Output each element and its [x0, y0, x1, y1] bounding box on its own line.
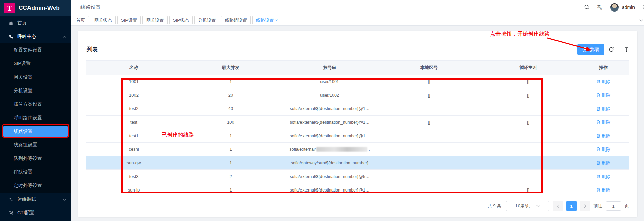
table-row[interactable]: 1001 1 user/1001 [] [] 删除 [86, 75, 629, 88]
delete-button[interactable]: 删除 [596, 174, 610, 180]
cell-area: [] [379, 88, 479, 102]
sidebar-item-extension-settings[interactable]: 分机设置 [0, 84, 71, 98]
trash-icon [596, 161, 600, 165]
delete-button[interactable]: 删除 [596, 106, 610, 112]
translate-icon[interactable]: 文A [597, 4, 603, 11]
cell-actions: 删除 [578, 102, 629, 116]
sidebar-item-call-center[interactable]: 呼叫中心 [0, 30, 71, 43]
delete-button[interactable]: 删除 [596, 146, 610, 153]
cell-area: [] [379, 75, 479, 88]
cell-cyclic: [] [479, 116, 578, 129]
tab-sip-settings[interactable]: SIP设置 [117, 16, 141, 24]
tab-overflow-chevron-icon[interactable] [639, 19, 643, 22]
delete-button[interactable]: 删除 [596, 79, 610, 85]
sidebar-item-dialplan-settings[interactable]: 拨号方案设置 [0, 98, 71, 111]
cell-name: test2 [86, 102, 181, 116]
table-row[interactable]: ceshi 1 sofia/external/. 删除 [86, 143, 629, 156]
cell-area [379, 170, 479, 183]
trash-icon [596, 174, 600, 179]
sidebar-item-timed-outbound-settings[interactable]: 定时外呼设置 [0, 179, 71, 193]
table-row[interactable]: test 100 sofia/external/${destination_nu… [86, 116, 629, 129]
tab-line-settings[interactable]: 线路设置× [252, 16, 281, 24]
gear-icon[interactable] [642, 4, 644, 11]
cell-max: 100 [181, 116, 280, 129]
table-row[interactable]: test2 40 sofia/external/${destination_nu… [86, 102, 629, 116]
cell-max: 1 [181, 75, 280, 88]
sidebar-item-profile-settings[interactable]: 配置文件设置 [0, 43, 71, 57]
sidebar-item-queue-outbound-settings[interactable]: 队列外呼设置 [0, 152, 71, 165]
tab-home[interactable]: 首页 [73, 16, 89, 24]
tab-label: 线路设置 [256, 18, 274, 23]
cell-cyclic: [] [479, 183, 578, 197]
page-number-button[interactable]: 1 [566, 201, 577, 211]
delete-button[interactable]: 删除 [596, 160, 610, 166]
tab-gateway-status[interactable]: 网关状态 [91, 16, 116, 24]
delete-label: 删除 [602, 160, 610, 166]
cell-actions: 删除 [578, 88, 629, 102]
tab-line-group-settings[interactable]: 线路组设置 [221, 16, 251, 24]
dial-prefix: sofia/external/ [289, 147, 316, 152]
cell-area [379, 102, 479, 116]
delete-label: 删除 [602, 133, 610, 139]
close-icon[interactable]: × [275, 18, 278, 23]
chevron-down-icon [536, 205, 540, 207]
column-settings-icon[interactable] [623, 47, 629, 53]
cell-area [379, 183, 479, 197]
goto-label: 前往 [593, 203, 602, 209]
plus-circle-icon [582, 47, 587, 52]
sidebar-item-home[interactable]: 首页 [0, 16, 71, 30]
page-size-select[interactable]: 10条/页 [506, 201, 549, 211]
cell-actions: 删除 [578, 156, 629, 170]
sidebar-item-queue-settings[interactable]: 排队设置 [0, 165, 71, 179]
delete-button[interactable]: 删除 [596, 119, 610, 125]
sidebar-submenu: 配置文件设置 SIP设置 网关设置 分机设置 拨号方案设置 呼叫路由设置 线路设… [0, 43, 71, 193]
avatar[interactable] [610, 3, 619, 12]
cell-max: 1 [181, 183, 280, 197]
sidebar-item-line-settings[interactable]: 线路设置 [3, 126, 68, 137]
app-logo: T CCAdmin-Web [0, 0, 71, 16]
delete-button[interactable]: 删除 [596, 92, 610, 98]
cell-area [379, 143, 479, 156]
cell-name: 1002 [86, 88, 181, 102]
table-row-selected[interactable]: sun-gw 1 sofia/gateway/sun/${destination… [86, 156, 629, 170]
next-page-button[interactable] [580, 201, 590, 211]
column-header-actions: 操作 [578, 61, 629, 75]
cell-area [379, 156, 479, 170]
refresh-icon[interactable] [608, 47, 614, 53]
sidebar-item-cti-config[interactable]: CTI配置 [0, 206, 71, 220]
tab-sip-status[interactable]: SIP状态 [169, 16, 193, 24]
delete-label: 删除 [602, 146, 610, 153]
chevron-right-icon [584, 204, 586, 208]
username: admin [622, 5, 635, 10]
console-icon [8, 197, 14, 202]
panel-tools: 新增 [577, 44, 629, 55]
sidebar-item-sip-settings[interactable]: SIP设置 [0, 57, 71, 71]
sidebar-item-ops-debug[interactable]: 运维调试 [0, 193, 71, 206]
add-button[interactable]: 新增 [577, 44, 604, 55]
page-size-value: 10条/页 [515, 203, 530, 209]
top-bar: 线路设置 文A admin [71, 0, 644, 15]
table-row[interactable]: test3 2 sofia/external/${destination_num… [86, 170, 629, 183]
tab-extension-settings[interactable]: 分机设置 [194, 16, 219, 24]
lines-table: 名称 最大并发 拨号串 本地区号 循环主叫 操作 1001 1 user/100… [86, 60, 629, 197]
goto-page-input[interactable] [606, 201, 621, 211]
cell-dial: sofia/gateway/sun/${destination_number} [280, 156, 379, 170]
delete-button[interactable]: 删除 [596, 187, 610, 193]
cell-actions: 删除 [578, 183, 629, 197]
add-button-label: 新增 [589, 46, 599, 53]
sidebar-item-line-group-settings[interactable]: 线路组设置 [0, 138, 71, 152]
sidebar-item-gateway-settings[interactable]: 网关设置 [0, 71, 71, 84]
cell-dial: sofia/external/${destination_number}@1… [280, 183, 379, 197]
search-icon[interactable] [584, 4, 590, 11]
delete-button[interactable]: 删除 [596, 133, 610, 139]
column-header-dial-string: 拨号串 [280, 61, 379, 75]
table-row[interactable]: sun-ip 1 sofia/external/${destination_nu… [86, 183, 629, 197]
table-row[interactable]: 1002 20 user/1002 [] [] 删除 [86, 88, 629, 102]
table-row[interactable]: test1 1 sofia/external/${destination_num… [86, 129, 629, 143]
tab-gateway-settings[interactable]: 网关设置 [142, 16, 168, 24]
prev-page-button[interactable] [553, 201, 563, 211]
home-icon [8, 20, 14, 26]
trash-icon [596, 134, 600, 138]
cell-cyclic [479, 143, 578, 156]
sidebar-item-call-route-settings[interactable]: 呼叫路由设置 [0, 111, 71, 125]
